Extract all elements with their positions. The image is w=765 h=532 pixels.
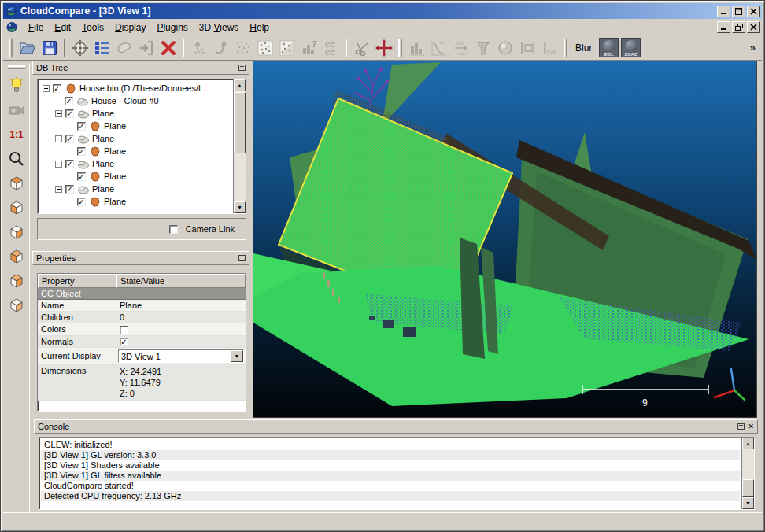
mdi-restore-button[interactable] — [732, 21, 745, 33]
polyline-edit-icon[interactable] — [114, 38, 134, 57]
colors-checkbox[interactable] — [120, 326, 128, 334]
mdi-child-icon[interactable] — [6, 21, 18, 33]
console-scrollbar[interactable]: ▲ ▼ — [741, 438, 754, 509]
sample-tool-icon[interactable] — [211, 38, 231, 57]
edit-icon[interactable]: Edit — [539, 38, 559, 57]
menu-item-display[interactable]: Display — [109, 20, 151, 35]
visibility-checkbox[interactable]: ✓ — [77, 172, 86, 181]
collapse-icon[interactable] — [55, 186, 62, 193]
funnel-filter-icon[interactable] — [473, 38, 493, 57]
3d-view[interactable]: 9 — [253, 61, 757, 418]
visibility-checkbox[interactable]: ✓ — [65, 160, 74, 168]
close-button[interactable] — [747, 6, 760, 17]
column-property[interactable]: Property — [38, 274, 116, 288]
menu-item-edit[interactable]: Edit — [49, 20, 76, 35]
zoom-1-1-button[interactable]: 1:1 — [6, 124, 27, 145]
title-bar[interactable]: CloudCompare - [3D View 1] — [3, 3, 762, 19]
tree-node-plane-3[interactable]: ✓ Plane — [41, 157, 246, 170]
scroll-up-button[interactable]: ▲ — [742, 438, 754, 449]
clipping-box-icon[interactable] — [517, 38, 537, 57]
scroll-thumb[interactable] — [234, 92, 246, 153]
view-left-cube-button[interactable] — [6, 222, 27, 242]
view-back-cube-button[interactable] — [6, 246, 27, 267]
toolbar-grip[interactable] — [9, 39, 13, 57]
minimize-button[interactable] — [717, 6, 730, 17]
tree-node-plane-4-child[interactable]: ✓ Plane — [41, 195, 246, 208]
tree-node-plane-1-child[interactable]: ✓ Plane — [41, 120, 246, 132]
column-state-value[interactable]: State/Value — [116, 274, 246, 288]
menu-item-help[interactable]: Help — [244, 20, 275, 35]
tree-node-house-bin[interactable]: ✓ House.bin (D:/These/Donnees/L... — [41, 82, 246, 94]
histogram-question-icon[interactable]: ? — [299, 38, 319, 57]
visibility-checkbox[interactable]: ✓ — [65, 97, 73, 105]
tree-node-plane-1[interactable]: ✓ Plane — [41, 107, 246, 120]
point-cloud-up-icon[interactable] — [189, 38, 209, 57]
sphere-icon[interactable] — [495, 38, 515, 57]
tree-scrollbar[interactable]: ▲ ▼ — [233, 79, 246, 213]
visibility-checkbox[interactable]: ✓ — [77, 198, 86, 206]
edl-shader-button[interactable]: EDL — [599, 38, 619, 57]
light-bulb-icon[interactable] — [6, 76, 27, 96]
scroll-down-button[interactable]: ▼ — [742, 497, 754, 509]
tree-node-plane-2[interactable]: ✓ Plane — [41, 132, 246, 145]
float-panel-icon[interactable] — [238, 255, 246, 261]
camera-icon[interactable] — [6, 100, 27, 120]
toolbar-grip[interactable] — [564, 39, 567, 57]
visibility-checkbox[interactable]: ✓ — [65, 109, 74, 118]
toolbar-overflow-button[interactable]: » — [747, 42, 759, 54]
properties-header[interactable]: Properties — [32, 251, 249, 265]
save-button[interactable] — [39, 38, 59, 57]
subsample-dots-icon[interactable] — [233, 38, 253, 57]
db-tree-list[interactable]: ✓ House.bin (D:/These/Donnees/L... ✓ Hou… — [37, 79, 246, 214]
normals-checkbox[interactable]: ✓ — [120, 338, 128, 346]
visibility-checkbox[interactable]: ✓ — [77, 122, 86, 131]
menu-item-3d-views[interactable]: 3D Views — [194, 20, 245, 35]
view-bottom-cube-button[interactable] — [6, 295, 27, 316]
menu-item-tools[interactable]: Tools — [76, 20, 109, 35]
close-panel-icon[interactable]: ✕ — [748, 423, 754, 430]
visibility-checkbox[interactable]: ✓ — [53, 84, 61, 93]
view-front-cube-button[interactable] — [6, 198, 27, 218]
menu-item-plugins[interactable]: Plugins — [151, 20, 193, 35]
tree-node-plane-4[interactable]: ✓ Plane — [41, 183, 246, 195]
visibility-checkbox[interactable]: ✓ — [65, 185, 74, 194]
float-panel-icon[interactable] — [737, 423, 745, 430]
translate-rotate-button[interactable] — [374, 38, 394, 57]
collapse-icon[interactable] — [55, 110, 62, 117]
mdi-minimize-button[interactable] — [717, 21, 730, 33]
collapse-icon[interactable] — [55, 135, 62, 142]
global-zoom-icon[interactable] — [6, 149, 27, 169]
view-right-cube-button[interactable] — [6, 271, 27, 291]
apply-transformation-icon[interactable] — [136, 38, 156, 57]
filter-curve-icon[interactable]: 1/f — [429, 38, 449, 57]
mdi-close-button[interactable] — [747, 21, 760, 33]
toolbar-grip[interactable] — [398, 39, 402, 57]
current-display-dropdown[interactable]: 3D View 1 ▼ — [118, 349, 244, 363]
tree-node-plane-2-child[interactable]: ✓ Plane — [41, 145, 246, 157]
tree-node-house-cloud[interactable]: ✓ House - Cloud #0 — [41, 94, 246, 107]
collapse-icon[interactable] — [42, 85, 50, 92]
histogram-icon[interactable] — [407, 38, 427, 57]
visibility-checkbox[interactable]: ✓ — [65, 135, 74, 143]
console-log[interactable]: GLEW: initialized! [3D View 1] GL versio… — [39, 437, 755, 510]
view-top-cube-button[interactable] — [6, 173, 27, 194]
scroll-up-button[interactable]: ▲ — [234, 79, 246, 91]
scroll-thumb[interactable] — [742, 479, 754, 497]
open-button[interactable] — [17, 38, 37, 57]
visibility-checkbox[interactable]: ✓ — [77, 147, 86, 156]
minmax-range-icon[interactable]: minmax — [451, 38, 471, 57]
properties-list-button[interactable] — [92, 38, 112, 57]
camera-link-checkbox[interactable] — [169, 225, 178, 234]
scroll-down-button[interactable]: ▼ — [234, 201, 246, 213]
db-tree-header[interactable]: DB Tree — [32, 61, 249, 75]
cloud-cloud-distance-icon[interactable]: CCCC — [321, 38, 341, 57]
octree-dots-icon[interactable] — [277, 38, 297, 57]
tree-node-plane-3-child[interactable]: ✓ Plane — [41, 170, 246, 183]
maximize-button[interactable] — [732, 6, 745, 17]
float-panel-icon[interactable] — [238, 65, 246, 71]
ssao-shader-button[interactable]: SSAO — [621, 38, 641, 57]
console-header[interactable]: Console ✕ — [34, 419, 758, 434]
pivot-rotation-button[interactable] — [70, 38, 90, 57]
toolbar-grip[interactable] — [8, 65, 25, 69]
collapse-icon[interactable] — [55, 161, 62, 168]
